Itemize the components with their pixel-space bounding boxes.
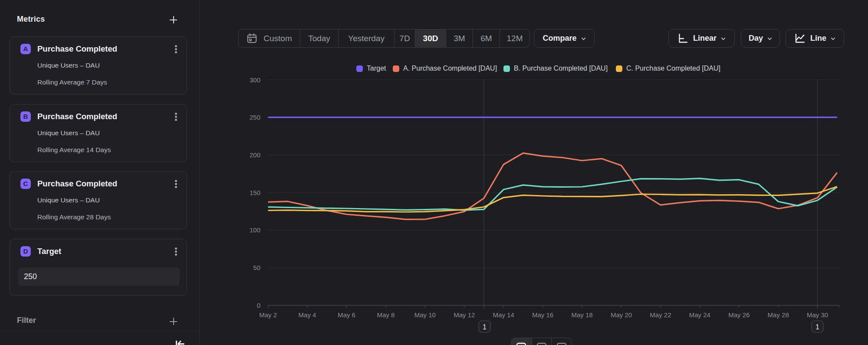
svg-text:May 8: May 8 <box>377 311 395 319</box>
svg-text:150: 150 <box>250 189 260 196</box>
svg-text:May 2: May 2 <box>259 311 277 319</box>
svg-text:May 16: May 16 <box>532 311 553 319</box>
svg-text:May 14: May 14 <box>493 311 514 319</box>
svg-text:300: 300 <box>250 76 260 84</box>
svg-text:200: 200 <box>250 151 260 159</box>
svg-text:May 10: May 10 <box>414 311 436 319</box>
svg-text:May 18: May 18 <box>571 311 592 319</box>
svg-text:May 30: May 30 <box>807 311 828 319</box>
svg-text:0: 0 <box>257 302 260 309</box>
svg-text:May 20: May 20 <box>611 311 632 319</box>
svg-text:100: 100 <box>250 226 260 234</box>
svg-text:1: 1 <box>815 323 819 331</box>
svg-text:1: 1 <box>483 323 487 331</box>
svg-text:May 28: May 28 <box>768 311 789 319</box>
svg-text:May 26: May 26 <box>728 311 750 319</box>
svg-text:May 22: May 22 <box>650 311 671 319</box>
svg-text:May 24: May 24 <box>689 311 710 319</box>
svg-text:250: 250 <box>250 114 260 121</box>
svg-text:50: 50 <box>253 264 260 271</box>
svg-text:May 6: May 6 <box>338 311 355 319</box>
svg-text:May 12: May 12 <box>454 311 475 319</box>
svg-text:May 4: May 4 <box>299 311 316 319</box>
